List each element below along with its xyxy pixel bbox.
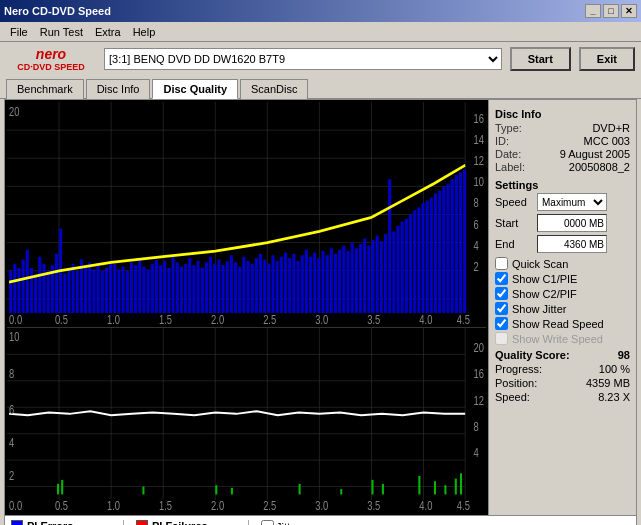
svg-rect-114: [413, 210, 416, 313]
svg-rect-23: [34, 274, 37, 313]
svg-rect-95: [334, 254, 337, 313]
show-c2pif-checkbox[interactable]: [495, 287, 508, 300]
show-c2pif-row: Show C2/PIF: [495, 287, 630, 300]
pi-errors-label: PI Errors: [27, 520, 73, 525]
svg-rect-126: [463, 170, 466, 313]
tab-benchmark[interactable]: Benchmark: [6, 79, 84, 99]
svg-text:4.5: 4.5: [457, 313, 470, 327]
disc-label-row: Label: 20050808_2: [495, 161, 630, 173]
svg-rect-66: [213, 264, 216, 313]
menu-file[interactable]: File: [4, 24, 34, 40]
minimize-button[interactable]: _: [585, 4, 601, 18]
tab-bar: Benchmark Disc Info Disc Quality ScanDis…: [0, 76, 641, 99]
svg-rect-121: [442, 186, 445, 313]
svg-rect-46: [130, 262, 133, 313]
exit-button[interactable]: Exit: [579, 47, 635, 71]
svg-text:6: 6: [474, 217, 479, 231]
menu-run-test[interactable]: Run Test: [34, 24, 89, 40]
start-input[interactable]: [537, 214, 607, 232]
top-chart-svg: 16 14 12 10 8 6 4 2 20 0.0 0.5 1.0 1.5 2…: [7, 102, 486, 327]
svg-text:20: 20: [9, 105, 19, 119]
quality-value: 98: [618, 349, 630, 361]
svg-rect-79: [267, 264, 270, 313]
jitter-checkbox[interactable]: [261, 520, 274, 525]
svg-rect-113: [409, 215, 412, 313]
svg-rect-100: [355, 248, 358, 313]
svg-text:16: 16: [474, 367, 484, 380]
speed-select[interactable]: Maximum: [537, 193, 607, 211]
svg-rect-116: [421, 203, 424, 313]
disc-date-label: Date:: [495, 148, 521, 160]
show-jitter-checkbox[interactable]: [495, 302, 508, 315]
svg-rect-48: [138, 258, 141, 313]
svg-rect-43: [117, 269, 120, 313]
start-row: Start: [495, 214, 630, 232]
disc-id-value: MCC 003: [584, 135, 630, 147]
tab-disc-quality[interactable]: Disc Quality: [152, 79, 238, 99]
menu-extra[interactable]: Extra: [89, 24, 127, 40]
svg-text:2: 2: [9, 469, 14, 482]
end-input[interactable]: [537, 235, 607, 253]
svg-rect-25: [42, 264, 45, 313]
svg-rect-45: [126, 271, 129, 313]
pi-errors-color: [11, 520, 23, 525]
tab-scandisc[interactable]: ScanDisc: [240, 79, 308, 99]
svg-text:3.0: 3.0: [315, 499, 328, 512]
svg-rect-78: [263, 260, 266, 313]
svg-rect-117: [426, 200, 429, 313]
start-button[interactable]: Start: [510, 47, 571, 71]
svg-rect-123: [451, 179, 454, 313]
svg-rect-96: [338, 250, 341, 313]
svg-rect-49: [142, 267, 145, 313]
menu-help[interactable]: Help: [127, 24, 162, 40]
main-content: 16 14 12 10 8 6 4 2 20 0.0 0.5 1.0 1.5 2…: [4, 99, 637, 516]
svg-rect-77: [259, 254, 262, 313]
svg-text:8: 8: [474, 420, 479, 433]
svg-text:4.5: 4.5: [457, 499, 470, 512]
svg-rect-68: [222, 265, 225, 313]
pi-errors-group: PI Errors Average: 1.91 Maximum: 14 Tota…: [11, 520, 111, 525]
svg-text:1.5: 1.5: [159, 499, 172, 512]
svg-rect-118: [430, 198, 433, 313]
svg-rect-115: [417, 207, 420, 312]
disc-type-value: DVD+R: [592, 122, 630, 134]
chart-bottom: 20 16 12 8 4 10 8 6 4 2 0.0 0.5 1.0 1.5 …: [7, 328, 486, 513]
drive-dropdown[interactable]: [3:1] BENQ DVD DD DW1620 B7T9: [104, 48, 502, 70]
svg-text:20: 20: [474, 341, 484, 354]
svg-rect-82: [280, 257, 283, 313]
maximize-button[interactable]: □: [603, 4, 619, 18]
svg-rect-88: [305, 250, 308, 313]
quick-scan-checkbox[interactable]: [495, 257, 508, 270]
svg-rect-19: [17, 268, 20, 313]
end-row: End: [495, 235, 630, 253]
svg-rect-70: [230, 255, 233, 313]
svg-text:0.0: 0.0: [9, 499, 22, 512]
svg-rect-165: [215, 485, 217, 494]
show-read-speed-checkbox[interactable]: [495, 317, 508, 330]
disc-id-label: ID:: [495, 135, 509, 147]
svg-rect-63: [201, 268, 204, 313]
svg-rect-109: [392, 231, 395, 313]
svg-text:8: 8: [474, 196, 479, 210]
svg-rect-101: [359, 244, 362, 313]
menu-bar: File Run Test Extra Help: [0, 22, 641, 42]
svg-rect-61: [192, 265, 195, 313]
show-c1pie-label: Show C1/PIE: [512, 273, 577, 285]
toolbar: nero CD·DVD SPEED [3:1] BENQ DVD DD DW16…: [0, 42, 641, 76]
svg-rect-56: [172, 257, 175, 313]
position-row: Position: 4359 MB: [495, 377, 630, 389]
logo-nero: nero: [36, 46, 66, 62]
svg-rect-102: [363, 238, 366, 313]
svg-rect-28: [55, 254, 58, 313]
svg-text:1.0: 1.0: [107, 499, 120, 512]
close-button[interactable]: ✕: [621, 4, 637, 18]
svg-rect-59: [184, 264, 187, 313]
show-c1pie-row: Show C1/PIE: [495, 272, 630, 285]
svg-rect-54: [163, 261, 166, 313]
svg-rect-172: [434, 481, 436, 494]
disc-date-value: 9 August 2005: [560, 148, 630, 160]
tab-disc-info[interactable]: Disc Info: [86, 79, 151, 99]
svg-rect-33: [76, 271, 79, 313]
end-label: End: [495, 238, 533, 250]
show-c1pie-checkbox[interactable]: [495, 272, 508, 285]
